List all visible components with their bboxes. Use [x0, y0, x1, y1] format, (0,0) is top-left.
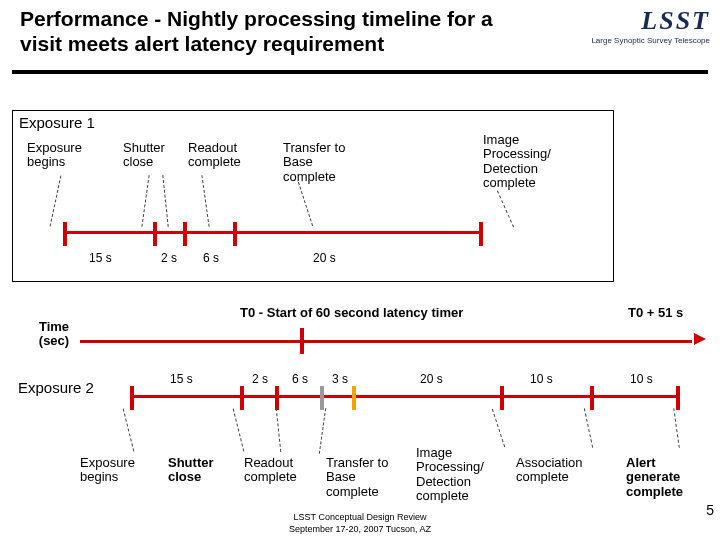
leader — [162, 175, 168, 227]
exposure2-heading: Exposure 2 — [18, 380, 94, 397]
exp2-transfer-label: Transfer to Base complete — [326, 456, 404, 499]
slide: Performance - Nightly processing timelin… — [0, 0, 720, 540]
exp2-image-label: Image Processing/ Detection complete — [416, 446, 502, 503]
t0-label: T0 - Start of 60 second latency timer — [240, 306, 463, 320]
page-number: 5 — [706, 502, 714, 518]
leader — [276, 408, 282, 452]
exp1-timeline — [63, 231, 483, 234]
tick — [320, 386, 324, 410]
tick — [590, 386, 594, 410]
leader — [141, 175, 149, 227]
tick — [183, 222, 187, 246]
t0-plus-label: T0 + 51 s — [628, 306, 683, 320]
tick — [130, 386, 134, 410]
exp2-alert-label: Alert generate complete — [626, 456, 706, 499]
tick — [479, 222, 483, 246]
exp2-dur5: 20 s — [420, 372, 443, 386]
exp2-dur7: 10 s — [630, 372, 653, 386]
exp1-dur2: 2 s — [161, 251, 177, 265]
exp1-dur1: 15 s — [89, 251, 112, 265]
logo-subtext: Large Synoptic Survey Telescope — [591, 36, 710, 45]
exp2-readout-label: Readout complete — [244, 456, 314, 485]
exp2-shutter-label: Shutter close — [168, 456, 228, 485]
exposure1-heading: Exposure 1 — [19, 115, 95, 132]
tick — [233, 222, 237, 246]
leader — [233, 409, 245, 452]
exp1-image-label: Image Processing/ Detection complete — [483, 133, 573, 190]
tick — [63, 222, 67, 246]
tick — [275, 386, 279, 410]
leader — [50, 175, 62, 226]
exp2-assoc-label: Association complete — [516, 456, 596, 485]
timeline-arrow — [694, 333, 706, 345]
exp2-dur6: 10 s — [530, 372, 553, 386]
t0-tick — [300, 328, 304, 354]
tick — [240, 386, 244, 410]
main-timeline-post — [80, 340, 692, 343]
leader — [497, 191, 514, 228]
tick — [153, 222, 157, 246]
exp2-begin-label: Exposure begins — [80, 456, 150, 485]
title-rule — [12, 70, 708, 74]
lsst-logo: LSST Large Synoptic Survey Telescope — [591, 6, 710, 45]
exp1-transfer-label: Transfer to Base complete — [283, 141, 363, 184]
logo-text: LSST — [591, 6, 710, 36]
page-title: Performance - Nightly processing timelin… — [20, 6, 520, 56]
exp2-dur1: 15 s — [170, 372, 193, 386]
exp2-dur2: 2 s — [252, 372, 268, 386]
tick — [352, 386, 356, 410]
exp1-readout-label: Readout complete — [188, 141, 258, 170]
footer-line2: September 17-20, 2007 Tucson, AZ — [0, 524, 720, 534]
leader — [298, 182, 313, 226]
exp1-shutter-label: Shutter close — [123, 141, 178, 170]
exp1-begin-label: Exposure begins — [27, 141, 97, 170]
tick — [500, 386, 504, 410]
leader — [673, 408, 680, 448]
time-axis-label: Time (sec) — [24, 320, 84, 349]
exp1-dur4: 20 s — [313, 251, 336, 265]
leader — [584, 408, 593, 447]
tick — [676, 386, 680, 410]
leader — [123, 409, 135, 452]
exp1-dur3: 6 s — [203, 251, 219, 265]
exp2-dur3: 6 s — [292, 372, 308, 386]
leader — [492, 409, 505, 447]
footer-line1: LSST Conceptual Design Review — [0, 512, 720, 522]
leader — [201, 175, 209, 227]
exposure1-box: Exposure 1 Exposure begins Shutter close… — [12, 110, 614, 282]
exp2-timeline — [130, 395, 680, 398]
exp2-dur4: 3 s — [332, 372, 348, 386]
leader — [319, 408, 326, 454]
